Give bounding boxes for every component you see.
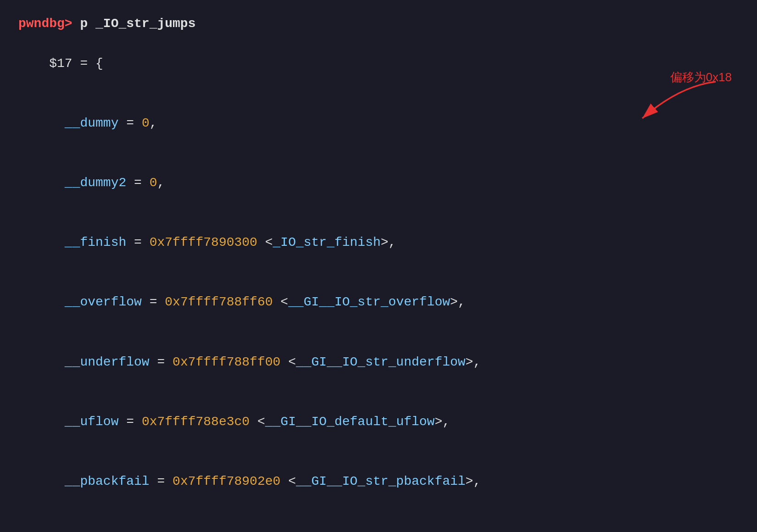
- field-overflow: __overflow = 0x7ffff788ff60 <__GI__IO_st…: [18, 272, 739, 332]
- field-pbackfail: __pbackfail = 0x7ffff78902e0 <__GI__IO_s…: [18, 452, 739, 511]
- annotation-arrow: [587, 77, 734, 137]
- field-uflow: __uflow = 0x7ffff788e3c0 <__GI__IO_defau…: [18, 392, 739, 451]
- field-underflow: __underflow = 0x7ffff788ff00 <__GI__IO_s…: [18, 332, 739, 392]
- command-text: p _IO_str_jumps: [72, 14, 196, 33]
- field-dummy2: __dummy2 = 0,: [18, 153, 739, 213]
- field-finish: __finish = 0x7ffff7890300 <_IO_str_finis…: [18, 213, 739, 272]
- prompt-line: pwndbg> p _IO_str_jumps: [18, 14, 739, 33]
- field-xsputn: __xsputn = 0x7ffff788e420 <__GI__IO_defa…: [18, 511, 739, 532]
- prompt-text: pwndbg>: [18, 14, 72, 33]
